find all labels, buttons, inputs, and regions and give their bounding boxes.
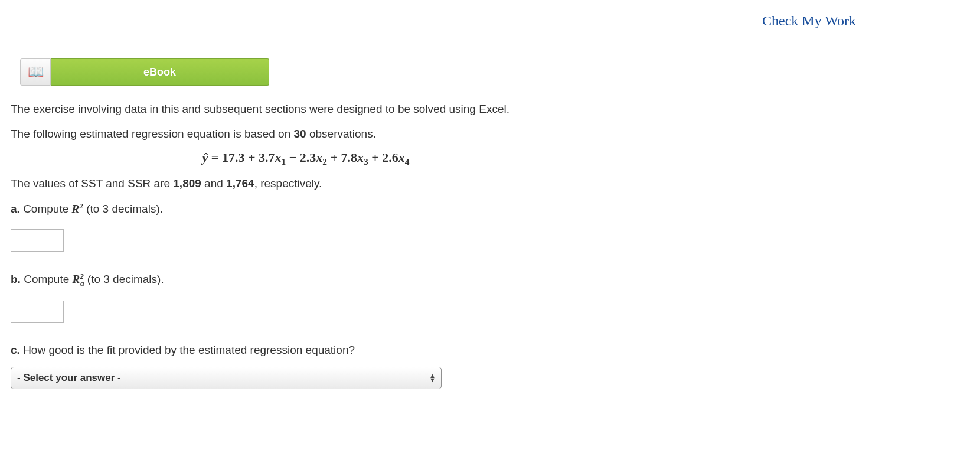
intro2-post: observations. — [306, 128, 376, 140]
sst-ssr-text: The values of SST and SSR are 1,809 and … — [11, 175, 974, 192]
question-b: b. Compute R2a (to 3 decimals). — [11, 270, 974, 289]
qb-text-pre: Compute — [21, 273, 73, 285]
answer-a-input[interactable] — [11, 229, 64, 252]
intro2-pre: The following estimated regression equat… — [11, 128, 294, 140]
qa-label: a. — [11, 203, 20, 215]
select-placeholder: - Select your answer - — [17, 372, 121, 384]
qb-text-post: (to 3 decimals). — [84, 273, 164, 285]
qa-text-post: (to 3 decimals). — [83, 203, 163, 215]
answer-c-select[interactable]: - Select your answer - ▲▼ — [11, 367, 442, 389]
qb-sym: R — [73, 273, 80, 285]
check-my-work-link[interactable]: Check My Work — [6, 6, 974, 29]
qa-text-pre: Compute — [20, 203, 72, 215]
select-display[interactable]: - Select your answer - — [11, 367, 442, 389]
answer-b-input[interactable] — [11, 301, 64, 323]
chevron-updown-icon: ▲▼ — [429, 374, 436, 382]
sst-mid: and — [201, 177, 226, 190]
sst-value: 1,809 — [173, 177, 201, 190]
intro-text-2: The following estimated regression equat… — [11, 126, 974, 142]
ebook-icon: 📖 — [20, 58, 51, 86]
qb-label: b. — [11, 273, 21, 285]
ssr-value: 1,764 — [226, 177, 254, 190]
intro-text-1: The exercise involving data in this and … — [11, 101, 974, 118]
observation-count: 30 — [294, 128, 306, 140]
regression-equation: ŷ = 17.3 + 3.7x1 − 2.3x2 + 7.8x3 + 2.6x4 — [11, 150, 601, 167]
sst-pre: The values of SST and SSR are — [11, 177, 173, 190]
ebook-button-group[interactable]: 📖 eBook — [20, 58, 974, 86]
qb-sub: a — [80, 279, 84, 288]
qc-text: How good is the fit provided by the esti… — [20, 344, 355, 356]
qa-sym: R — [72, 203, 80, 215]
qa-sup: 2 — [79, 201, 83, 210]
question-c: c. How good is the fit provided by the e… — [11, 342, 974, 358]
question-content: The exercise involving data in this and … — [6, 101, 974, 389]
sst-post: , respectively. — [254, 177, 322, 190]
ebook-button[interactable]: eBook — [51, 58, 269, 86]
qc-label: c. — [11, 344, 20, 356]
question-a: a. Compute R2 (to 3 decimals). — [11, 200, 974, 217]
qa-symbol: R2 — [72, 203, 83, 215]
qb-symbol: R2a — [73, 273, 84, 285]
